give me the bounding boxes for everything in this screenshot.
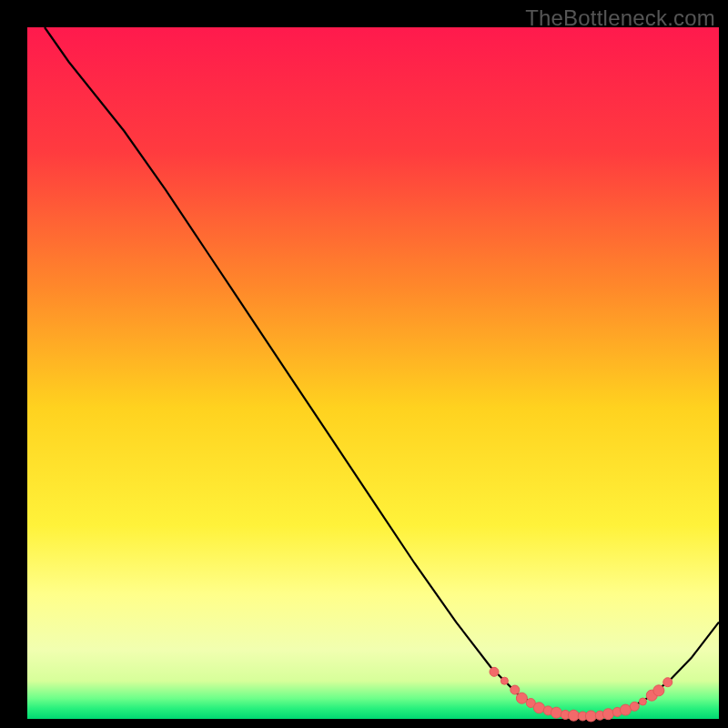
data-marker <box>490 667 499 676</box>
data-marker <box>533 703 544 713</box>
chart-container: TheBottleneck.com <box>0 0 728 728</box>
data-marker <box>585 711 596 722</box>
data-marker <box>653 685 664 696</box>
data-marker <box>602 709 613 720</box>
data-marker <box>516 693 527 703</box>
data-marker <box>620 704 631 715</box>
data-marker <box>639 698 646 705</box>
data-marker <box>551 707 561 718</box>
data-marker <box>568 710 579 721</box>
data-marker <box>500 677 508 684</box>
data-marker <box>663 678 672 687</box>
plot-background <box>27 27 719 719</box>
bottleneck-chart <box>0 0 728 728</box>
data-marker <box>630 702 639 711</box>
data-marker <box>511 685 520 694</box>
watermark-label: TheBottleneck.com <box>525 5 715 31</box>
